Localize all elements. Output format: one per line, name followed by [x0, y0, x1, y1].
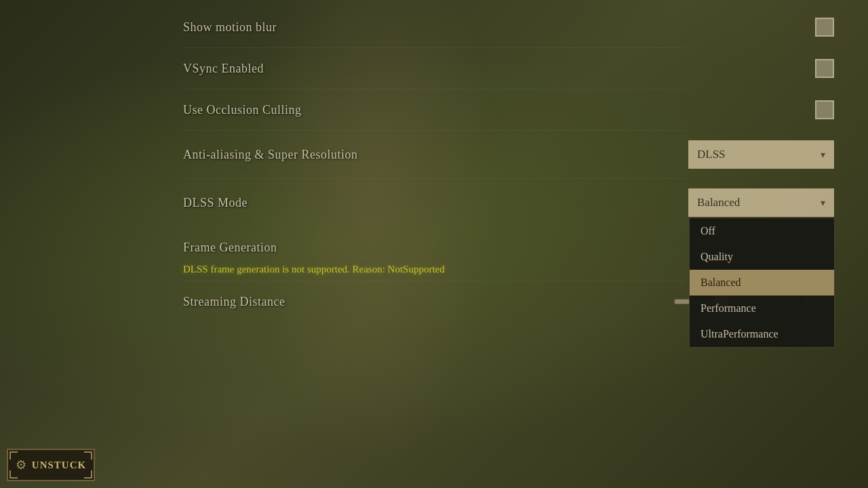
dlss-option-performance[interactable]: Performance: [690, 296, 834, 321]
show-motion-blur-label: Show motion blur: [183, 20, 277, 35]
dropdown-arrow-icon: ▾: [821, 149, 825, 161]
dlss-option-off[interactable]: Off: [690, 218, 834, 244]
dlss-mode-label: DLSS Mode: [183, 196, 248, 210]
anti-aliasing-row: Anti-aliasing & Super Resolution DLSS ▾: [0, 131, 868, 178]
streaming-distance-label: Streaming Distance: [183, 295, 285, 309]
anti-aliasing-dropdown[interactable]: DLSS ▾: [688, 140, 834, 169]
dlss-mode-row: DLSS Mode Balanced ▾ Off Quality Balance…: [0, 179, 868, 226]
corner-tl-decoration: [9, 451, 18, 460]
vsync-enabled-checkbox[interactable]: [815, 59, 834, 78]
unstuck-label: UNSTUCK: [32, 460, 86, 471]
dlss-option-quality[interactable]: Quality: [690, 244, 834, 270]
dlss-mode-dropdown-arrow-icon: ▾: [821, 197, 825, 209]
show-motion-blur-checkbox[interactable]: [815, 18, 834, 37]
anti-aliasing-label: Anti-aliasing & Super Resolution: [183, 148, 357, 162]
vsync-enabled-row: VSync Enabled: [0, 48, 868, 89]
dlss-option-ultra-performance[interactable]: UltraPerformance: [690, 321, 834, 347]
use-occlusion-culling-checkbox[interactable]: [815, 100, 834, 119]
settings-panel: Show motion blur VSync Enabled Use Occlu…: [0, 0, 868, 488]
corner-br-decoration: [84, 470, 92, 479]
vsync-enabled-label: VSync Enabled: [183, 62, 264, 76]
corner-tr-decoration: [84, 451, 92, 460]
anti-aliasing-dropdown-value: DLSS: [697, 148, 726, 161]
show-motion-blur-row: Show motion blur: [0, 7, 868, 47]
dlss-mode-dropdown-menu: Off Quality Balanced Performance UltraPe…: [689, 218, 835, 348]
use-occlusion-culling-label: Use Occlusion Culling: [183, 103, 302, 117]
corner-bl-decoration: [9, 470, 18, 479]
unstuck-button[interactable]: ⚙ UNSTUCK: [7, 449, 95, 481]
dlss-mode-dropdown[interactable]: Balanced ▾ Off Quality Balanced Performa…: [688, 188, 834, 217]
dlss-mode-dropdown-value: Balanced: [697, 196, 740, 209]
dlss-option-balanced[interactable]: Balanced: [690, 270, 834, 296]
frame-generation-label: Frame Generation: [183, 241, 277, 255]
use-occlusion-culling-row: Use Occlusion Culling: [0, 89, 868, 130]
